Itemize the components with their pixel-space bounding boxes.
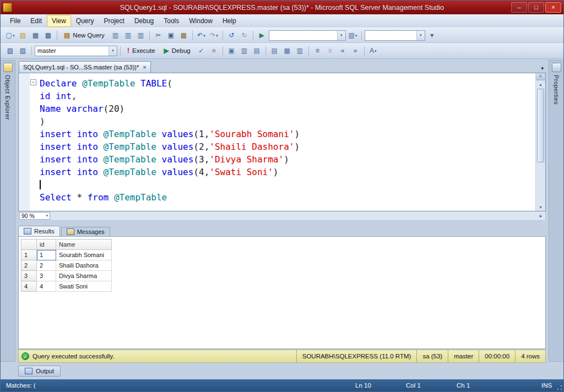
save-icon[interactable]: ▦	[30, 30, 41, 41]
code-line[interactable]: insert into @TempTable values(3,'Divya S…	[40, 153, 535, 166]
query-options-icon[interactable]: ▤	[251, 45, 263, 56]
menu-item-query[interactable]: Query	[71, 15, 99, 27]
grid-row-header[interactable]: 1	[21, 250, 37, 260]
code-line[interactable]: Declare @TempTable TABLE(	[40, 77, 535, 90]
results-to-grid-icon[interactable]: ▦	[281, 45, 293, 56]
properties-tab[interactable]: Properties	[549, 60, 563, 362]
comment-lines-icon[interactable]: ≡	[312, 45, 323, 56]
tab-results[interactable]: Results	[18, 226, 60, 236]
grid-row-header[interactable]: 3	[21, 271, 37, 281]
toolbar-options-icon[interactable]: ▾	[426, 30, 438, 41]
menu-item-debug[interactable]: Debug	[129, 15, 159, 27]
menu-item-project[interactable]: Project	[99, 15, 129, 27]
available-databases-combo[interactable]: master▾	[35, 46, 117, 56]
results-to-text-icon[interactable]: ▤	[269, 45, 280, 56]
debug-button[interactable]: ▶Debug	[160, 45, 194, 57]
scrollbar-thumb[interactable]	[537, 89, 544, 162]
chevron-down-icon[interactable]: ▾	[109, 46, 117, 56]
close-tab-icon[interactable]: ×	[143, 64, 146, 70]
code-line[interactable]: insert into @TempTable values(4,'Swati S…	[40, 166, 535, 178]
grid-column-header[interactable]: id	[37, 239, 56, 250]
grid-cell[interactable]: 2	[37, 260, 56, 271]
code-line[interactable]: Name varchar(20)	[40, 102, 535, 115]
decrease-indent-icon[interactable]: «	[337, 45, 349, 56]
code-line[interactable]	[40, 178, 535, 191]
analysis-services-query-icon[interactable]: ▥	[122, 30, 134, 41]
grid-cell[interactable]: 1	[37, 250, 56, 260]
uncomment-lines-icon[interactable]: ≡	[324, 45, 336, 56]
scroll-right-icon[interactable]: ▸	[536, 213, 545, 219]
copy-icon[interactable]: ▣	[165, 30, 177, 41]
output-tab[interactable]: Output	[18, 366, 61, 377]
results-grid[interactable]: idName11Sourabh Somani22Shaili Dashora33…	[21, 239, 112, 292]
sqlcmd-mode-icon[interactable]: ▥	[238, 45, 250, 56]
intellisense-icon[interactable]: ▣	[226, 45, 237, 56]
increase-indent-icon[interactable]: »	[350, 45, 361, 56]
scroll-up-icon[interactable]: ▴	[536, 80, 545, 88]
compact-query-icon[interactable]: ▥	[135, 30, 147, 41]
start-debugging-icon[interactable]: ▶	[256, 30, 268, 41]
object-explorer-tab[interactable]: Object Explorer	[1, 60, 15, 362]
close-button[interactable]: ×	[545, 2, 561, 13]
chevron-down-icon[interactable]: ▾	[416, 31, 425, 40]
activity-monitor-icon[interactable]: ▧	[4, 45, 16, 56]
active-files-dropdown-icon[interactable]: ▾	[541, 66, 546, 73]
paste-icon[interactable]: ▩	[178, 30, 189, 41]
zoom-select[interactable]: 90 % ▾	[19, 212, 50, 220]
chevron-down-icon[interactable]: ▾	[337, 31, 345, 40]
grid-cell[interactable]: 4	[37, 281, 56, 292]
splitter-handle[interactable]: ≡	[536, 73, 545, 80]
menu-item-window[interactable]: Window	[184, 15, 218, 27]
results-to-file-icon[interactable]: ▥	[294, 45, 306, 56]
resize-grip[interactable]	[556, 384, 563, 391]
scrollbar-track[interactable]	[536, 163, 545, 203]
code-line[interactable]: insert into @TempTable values(2,'Shaili …	[40, 140, 535, 153]
minimize-button[interactable]: –	[511, 2, 527, 13]
collapse-region-icon[interactable]: −	[30, 79, 36, 85]
document-tab[interactable]: SQLQuery1.sql - SO...SS.master (sa (53))…	[19, 61, 151, 73]
grid-corner-cell[interactable]	[21, 239, 37, 250]
grid-row-header[interactable]: 4	[21, 281, 37, 292]
grid-cell[interactable]: Divya Sharma	[56, 271, 112, 281]
grid-cell[interactable]: Sourabh Somani	[56, 250, 112, 260]
scroll-down-icon[interactable]: ▾	[536, 203, 545, 211]
grid-row-header[interactable]: 2	[21, 260, 37, 271]
menu-item-help[interactable]: Help	[218, 15, 241, 27]
menu-item-tools[interactable]: Tools	[159, 15, 184, 27]
tab-messages[interactable]: Messages	[61, 227, 110, 236]
title-bar[interactable]: SQLQuery1.sql - SOURABH\SQLEXPRESS.maste…	[1, 1, 563, 14]
cancel-executing-query-icon[interactable]: ■	[208, 45, 220, 56]
open-file-icon[interactable]: ▨	[17, 30, 29, 41]
menu-item-edit[interactable]: Edit	[25, 15, 47, 27]
menu-item-view[interactable]: View	[47, 15, 71, 27]
save-all-icon[interactable]: ▩	[42, 30, 54, 41]
navigate-backward-icon[interactable]: ↺	[226, 30, 237, 41]
registered-servers-icon[interactable]: ▧▾	[347, 30, 359, 41]
undo-icon[interactable]: ↶▾	[196, 30, 207, 41]
template-combo[interactable]: ▾	[365, 30, 425, 41]
grid-cell[interactable]: Shaili Dashora	[56, 260, 112, 271]
code-area[interactable]: Declare @TempTable TABLE(id int,Name var…	[38, 73, 535, 211]
navigate-forward-icon[interactable]: ↻	[238, 30, 250, 41]
new-query-button[interactable]: ▤New Query	[60, 30, 109, 41]
editor-vertical-scrollbar[interactable]: ≡ ▴ ▾	[535, 73, 545, 211]
menu-item-file[interactable]: File	[5, 15, 25, 27]
new-file-icon[interactable]: ▢▾	[4, 30, 16, 41]
redo-icon[interactable]: ↷▾	[208, 30, 220, 41]
cut-icon[interactable]: ✂	[153, 30, 164, 41]
grid-cell[interactable]: Swati Soni	[56, 281, 112, 292]
code-line[interactable]: Select * from @TempTable	[40, 191, 535, 204]
code-line[interactable]: id int,	[40, 90, 535, 102]
specify-template-values-icon[interactable]: A▾	[367, 45, 379, 56]
toolbar-separator	[120, 46, 121, 56]
grid-column-header[interactable]: Name	[56, 239, 112, 250]
database-engine-query-icon[interactable]: ▥	[110, 30, 121, 41]
maximize-button[interactable]: □	[528, 2, 544, 13]
code-line[interactable]: insert into @TempTable values(1,'Sourabh…	[40, 128, 535, 140]
grid-cell[interactable]: 3	[37, 271, 56, 281]
find-combo[interactable]: ▾	[269, 30, 346, 41]
parse-icon[interactable]: ✓	[196, 45, 207, 56]
execute-button[interactable]: !Execute	[123, 45, 159, 57]
code-line[interactable]: )	[40, 115, 535, 128]
change-connection-icon[interactable]: ▨	[17, 45, 29, 56]
